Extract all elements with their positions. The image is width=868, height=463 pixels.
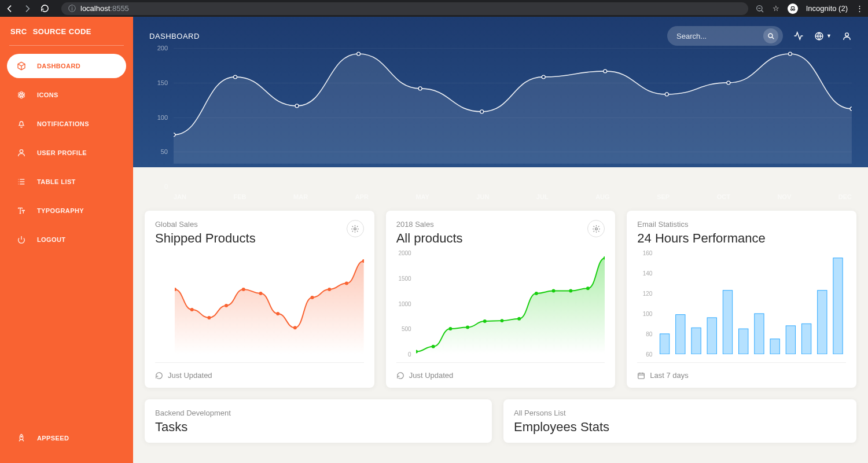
refresh-icon xyxy=(396,372,404,380)
svg-point-6 xyxy=(21,94,22,95)
incognito-icon xyxy=(788,3,798,14)
svg-point-27 xyxy=(234,75,237,79)
card-title: Employees Stats xyxy=(514,420,846,435)
card-title: 24 Hours Performance xyxy=(637,231,846,246)
browser-chrome: ⓘ localhost:8555 ☆ Incognito (2) ⋮ xyxy=(0,0,868,17)
svg-point-58 xyxy=(517,317,521,321)
menu-icon[interactable]: ⋮ xyxy=(856,4,863,13)
card-title: All products xyxy=(396,231,463,246)
bookmark-icon[interactable]: ☆ xyxy=(773,4,779,13)
shipped-chart xyxy=(155,253,364,354)
svg-point-37 xyxy=(850,107,852,111)
globe-dropdown[interactable]: ▼ xyxy=(814,31,832,41)
sidebar-item-icons[interactable]: ICONS xyxy=(7,83,126,107)
svg-point-59 xyxy=(535,292,538,295)
incognito-label: Incognito (2) xyxy=(806,4,848,13)
svg-point-26 xyxy=(174,133,175,137)
svg-rect-75 xyxy=(833,258,843,354)
svg-rect-64 xyxy=(660,334,670,354)
svg-point-25 xyxy=(845,32,849,36)
url-bar[interactable]: ⓘ localhost:8555 xyxy=(61,2,748,15)
typography-icon xyxy=(16,205,27,216)
card-footer: Last 7 days xyxy=(637,362,846,380)
sidebar-item-label: LOGOUT xyxy=(37,236,65,243)
svg-point-38 xyxy=(354,227,356,230)
brand-full: SOURCE CODE xyxy=(33,27,91,36)
hero-chart: 050100150200 JANFEBMARAPRMAYJUNJULAUGSEP… xyxy=(133,48,868,207)
svg-point-36 xyxy=(788,52,792,56)
svg-point-40 xyxy=(190,308,194,311)
svg-point-34 xyxy=(665,93,668,96)
svg-point-62 xyxy=(586,286,590,290)
svg-rect-68 xyxy=(723,291,733,354)
svg-point-3 xyxy=(790,9,792,10)
card-eyebrow: Email Statistics xyxy=(637,220,846,229)
svg-point-46 xyxy=(293,326,297,329)
zoom-icon[interactable] xyxy=(755,4,764,13)
svg-point-55 xyxy=(466,325,469,329)
svg-point-61 xyxy=(569,289,572,293)
svg-point-41 xyxy=(207,316,211,319)
list-icon xyxy=(16,177,27,187)
sidebar-item-label: USER PROFILE xyxy=(37,149,87,156)
card-eyebrow: Global Sales xyxy=(155,220,256,229)
search-icon[interactable] xyxy=(763,28,778,43)
refresh-icon xyxy=(155,372,163,380)
page-title: DASHBOARD xyxy=(149,32,200,41)
atom-icon xyxy=(16,90,27,100)
gear-icon[interactable] xyxy=(347,220,364,237)
svg-rect-67 xyxy=(707,318,716,354)
sidebar-footer-appseed[interactable]: APPSEED xyxy=(7,426,126,450)
reload-icon[interactable] xyxy=(39,3,50,14)
pulse-icon[interactable] xyxy=(793,31,804,41)
card-employees: All Persons List Employees Stats xyxy=(503,399,856,443)
sidebar-item-logout[interactable]: LOGOUT xyxy=(7,227,126,252)
card-eyebrow: 2018 Sales xyxy=(396,220,463,229)
back-icon[interactable] xyxy=(5,3,15,14)
card-eyebrow: All Persons List xyxy=(514,409,846,417)
sidebar-item-user-profile[interactable]: USER PROFILE xyxy=(7,141,126,165)
svg-point-10 xyxy=(20,150,23,153)
svg-point-56 xyxy=(483,319,486,323)
sidebar-item-dashboard[interactable]: DASHBOARD xyxy=(7,54,126,78)
svg-rect-73 xyxy=(802,324,811,354)
card-all-products: 2018 Sales All products 0500100015002000… xyxy=(386,211,616,388)
svg-point-43 xyxy=(242,288,245,291)
card-eyebrow: Backend Development xyxy=(155,409,481,417)
cube-icon xyxy=(16,61,27,71)
search-wrap xyxy=(667,26,783,46)
svg-rect-66 xyxy=(692,328,701,354)
svg-point-33 xyxy=(604,69,607,73)
sidebar-item-table-list[interactable]: TABLE LIST xyxy=(7,170,126,194)
svg-rect-72 xyxy=(786,326,796,354)
svg-point-60 xyxy=(551,289,555,293)
power-icon xyxy=(16,234,27,245)
card-title: Tasks xyxy=(155,420,481,435)
svg-point-48 xyxy=(328,288,331,291)
sidebar-item-label: NOTIFICATIONS xyxy=(37,120,89,127)
account-icon[interactable] xyxy=(842,31,852,41)
rocket-icon xyxy=(16,433,27,443)
brand-short: SRC xyxy=(10,27,27,36)
allprod-chart: 0500100015002000 xyxy=(396,253,605,354)
svg-point-28 xyxy=(295,104,299,108)
sidebar-item-label: TYPOGRAPHY xyxy=(37,207,84,214)
info-icon: ⓘ xyxy=(68,3,76,14)
gear-icon[interactable] xyxy=(587,220,605,237)
sidebar-item-notifications[interactable]: NOTIFICATIONS xyxy=(7,112,126,136)
email-chart: 6080100120140160 xyxy=(637,253,846,354)
main-content: DASHBOARD ▼ 050100150200 JANFEBMARAPRMAY… xyxy=(133,17,868,463)
svg-rect-74 xyxy=(818,291,827,354)
svg-point-57 xyxy=(500,319,503,322)
svg-point-44 xyxy=(259,292,262,295)
sidebar-item-label: APPSEED xyxy=(37,435,69,442)
sidebar-item-label: ICONS xyxy=(37,91,58,98)
forward-icon[interactable] xyxy=(22,3,32,14)
svg-point-21 xyxy=(21,436,22,437)
sidebar-item-typography[interactable]: TYPOGRAPHY xyxy=(7,199,126,223)
url-port: :8555 xyxy=(110,4,129,13)
card-email-stats: Email Statistics 24 Hours Performance 60… xyxy=(627,211,856,388)
svg-point-32 xyxy=(542,75,545,79)
brand[interactable]: SRC SOURCE CODE xyxy=(7,25,126,45)
divider xyxy=(9,45,124,46)
